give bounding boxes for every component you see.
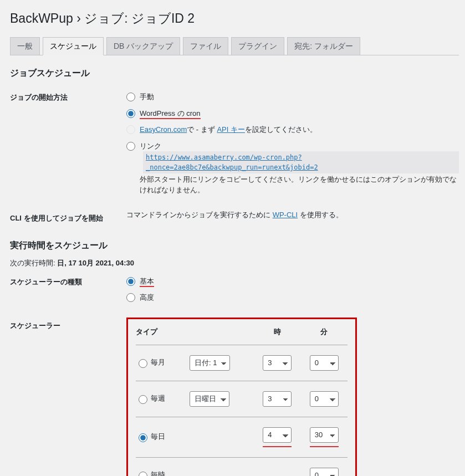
- col-type: タイプ: [136, 321, 190, 345]
- tab-file[interactable]: ファイル: [183, 37, 228, 55]
- label-start-method: ジョブの開始方法: [10, 86, 126, 207]
- select-monthly-hour[interactable]: 3: [263, 355, 292, 371]
- link-wpcli[interactable]: WP-CLI: [273, 211, 298, 219]
- tab-schedule[interactable]: スケジュール: [43, 37, 104, 55]
- radio-start-link[interactable]: [126, 142, 135, 151]
- label-basic: 基本: [140, 277, 154, 287]
- radio-start-manual[interactable]: [126, 93, 135, 101]
- text-link-url[interactable]: https://www.asamaberry.com/wp-cron.php?_…: [143, 151, 459, 173]
- select-daily-hour[interactable]: 4: [263, 427, 292, 443]
- radio-scheduler-advanced[interactable]: [126, 293, 135, 302]
- tab-plugin[interactable]: プラグイン: [231, 37, 284, 55]
- col-min: 分: [301, 321, 348, 345]
- label-weekly: 毎週: [151, 394, 165, 402]
- radio-start-easycron: [126, 125, 135, 134]
- select-weekly-min[interactable]: 0: [310, 391, 339, 407]
- tabs: 一般 スケジュール DB バックアップ ファイル プラグイン 宛先: フォルダー: [10, 37, 459, 55]
- radio-daily[interactable]: [139, 433, 147, 442]
- radio-hourly[interactable]: [139, 472, 147, 476]
- page-title: BackWPup › ジョブ: ジョブID 2: [10, 6, 459, 29]
- tab-general[interactable]: 一般: [10, 37, 40, 55]
- radio-scheduler-basic[interactable]: [126, 277, 135, 286]
- text-link-note: 外部スタート用にリンクをコピーしてください。リンクを働かせるにはこのオプションが…: [140, 175, 459, 196]
- tab-dest-folder[interactable]: 宛先: フォルダー: [287, 37, 360, 55]
- label-hourly: 毎時: [151, 470, 165, 476]
- select-weekly-day[interactable]: 日曜日: [190, 391, 229, 407]
- select-monthly-min[interactable]: 0: [310, 355, 339, 371]
- select-hourly-min[interactable]: 0: [310, 468, 339, 477]
- label-cli: CLI を使用してジョブを開始: [10, 207, 126, 230]
- section-job-schedule: ジョブスケジュール: [10, 68, 459, 79]
- value-next-run: 日, 17 10月 2021, 04:30: [57, 259, 134, 267]
- select-monthly-date[interactable]: 日付: 1: [190, 355, 230, 371]
- link-easycron[interactable]: EasyCron.com: [140, 125, 187, 134]
- select-weekly-hour[interactable]: 3: [263, 391, 292, 407]
- label-scheduler-type: スケジューラーの種類: [10, 270, 126, 314]
- label-daily: 毎日: [151, 432, 165, 441]
- label-manual: 手動: [140, 93, 154, 101]
- scheduler-box: タイプ 時 分 毎月: [126, 318, 357, 477]
- col-hour: 時: [254, 321, 300, 345]
- label-advanced: 高度: [140, 293, 154, 301]
- label-scheduler: スケジューラー: [10, 314, 126, 477]
- text-cli-pre: コマンドラインからジョブを実行するために: [126, 211, 273, 219]
- label-next-run: 次の実行時間:: [10, 259, 57, 267]
- label-monthly: 毎月: [151, 358, 165, 366]
- label-link: リンク: [140, 142, 161, 150]
- radio-weekly[interactable]: [139, 395, 147, 404]
- label-wpcron: WordPress の cron: [140, 109, 201, 119]
- text-easycron-suf: を設定してください。: [245, 125, 317, 134]
- tab-db-backup[interactable]: DB バックアップ: [106, 37, 180, 55]
- text-cli-post: を使用する。: [298, 211, 343, 219]
- link-api-key[interactable]: API キー: [217, 125, 245, 134]
- text-easycron-mid: で - まず: [187, 125, 217, 134]
- section-time-schedule: 実行時間をスケジュール: [10, 240, 459, 252]
- radio-start-wpcron[interactable]: [126, 109, 135, 118]
- select-daily-min[interactable]: 30: [310, 427, 339, 443]
- radio-monthly[interactable]: [139, 359, 147, 368]
